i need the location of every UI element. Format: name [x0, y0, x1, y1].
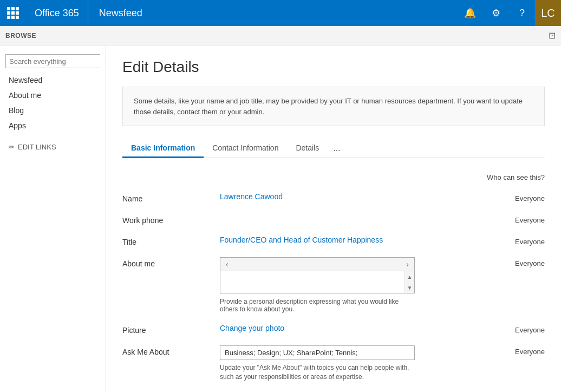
sidebar: ▾ 🔍 Newsfeed About me Blog Apps ✏ EDIT L…	[0, 45, 106, 392]
waffle-icon	[7, 7, 19, 19]
sidebar-item-blog[interactable]: Blog	[0, 103, 106, 118]
name-link[interactable]: Lawrence Cawood	[220, 192, 283, 201]
editor-scrollbar: ▲ ▼	[405, 271, 414, 293]
help-button[interactable]: ?	[509, 0, 535, 26]
brand-name: Office 365	[26, 0, 88, 26]
ask-me-about-value: Update your "Ask Me About" with topics y…	[220, 345, 480, 382]
sidebar-item-apps[interactable]: Apps	[0, 118, 106, 133]
app-title: Newsfeed	[88, 8, 457, 19]
name-visibility: Everyone	[480, 192, 545, 202]
bell-icon: 🔔	[464, 7, 476, 19]
expand-button[interactable]: ⊡	[549, 30, 556, 41]
work-phone-label: Work phone	[122, 214, 220, 225]
waffle-menu-button[interactable]	[0, 0, 26, 26]
top-navbar: Office 365 Newsfeed 🔔 ⚙ ? LC	[0, 0, 561, 26]
main-layout: ▾ 🔍 Newsfeed About me Blog Apps ✏ EDIT L…	[0, 45, 561, 392]
visibility-header-row: Who can see this?	[122, 171, 545, 181]
info-banner: Some details, like your name and job tit…	[122, 87, 545, 126]
about-me-label: About me	[122, 257, 220, 268]
title-label: Title	[122, 236, 220, 246]
ellipsis-icon: ...	[333, 143, 340, 153]
form-row-ask-me-about: Ask Me About Update your "Ask Me About" …	[122, 345, 545, 382]
title-value: Founder/CEO and Head of Customer Happine…	[220, 236, 480, 244]
title-link[interactable]: Founder/CEO and Head of Customer Happine…	[220, 236, 383, 244]
editor-toolbar: ‹ ›	[220, 258, 414, 271]
edit-links-button[interactable]: ✏ EDIT LINKS	[0, 138, 106, 156]
tab-basic-information[interactable]: Basic Information	[122, 139, 204, 158]
ask-me-about-label: Ask Me About	[122, 345, 220, 356]
gear-icon: ⚙	[492, 7, 500, 19]
tab-more-button[interactable]: ...	[328, 139, 345, 158]
ask-me-about-hint: Update your "Ask Me About" with topics y…	[220, 363, 415, 382]
form-row-picture: Picture Change your photo Everyone	[122, 324, 545, 335]
tab-contact-information[interactable]: Contact Information	[204, 139, 287, 158]
topbar-icons: 🔔 ⚙ ? LC	[457, 0, 561, 26]
about-me-hint: Provide a personal description expressin…	[220, 298, 415, 313]
editor-scroll-up-button[interactable]: ▲	[405, 271, 414, 282]
visibility-header-label: Who can see this?	[480, 171, 545, 181]
picture-visibility: Everyone	[480, 324, 545, 334]
search-input[interactable]	[6, 55, 103, 68]
sidebar-item-newsfeed[interactable]: Newsfeed	[0, 73, 106, 88]
about-me-visibility: Everyone	[480, 257, 545, 267]
picture-label: Picture	[122, 324, 220, 335]
page-title: Edit Details	[122, 58, 545, 76]
tab-details[interactable]: Details	[287, 139, 328, 158]
ask-me-about-visibility: Everyone	[480, 345, 545, 356]
browse-bar: BROWSE ⊡	[0, 26, 561, 45]
name-value: Lawrence Cawood	[220, 192, 480, 201]
editor-next-button[interactable]: ›	[403, 259, 412, 270]
search-box[interactable]: ▾ 🔍	[5, 54, 100, 68]
form-row-about-me: About me ‹ › ▲ ▼ Pr	[122, 257, 545, 313]
change-photo-link[interactable]: Change your photo	[220, 324, 284, 332]
work-phone-visibility: Everyone	[480, 214, 545, 224]
expand-icon: ⊡	[549, 31, 556, 40]
browse-label: BROWSE	[5, 32, 36, 40]
ask-me-about-input[interactable]	[220, 345, 415, 360]
editor-scroll-down-button[interactable]: ▼	[405, 282, 414, 293]
tabs: Basic Information Contact Information De…	[122, 139, 545, 158]
name-label: Name	[122, 192, 220, 203]
main-content: Edit Details Some details, like your nam…	[106, 45, 561, 392]
sidebar-item-about-me[interactable]: About me	[0, 88, 106, 103]
settings-button[interactable]: ⚙	[483, 0, 509, 26]
user-avatar[interactable]: LC	[535, 0, 561, 26]
form-row-name: Name Lawrence Cawood Everyone	[122, 192, 545, 203]
about-me-editor[interactable]: ‹ › ▲ ▼	[220, 257, 415, 293]
form-row-work-phone: Work phone Everyone	[122, 214, 545, 225]
editor-prev-button[interactable]: ‹	[223, 259, 232, 270]
form-row-title: Title Founder/CEO and Head of Customer H…	[122, 236, 545, 246]
picture-value: Change your photo	[220, 324, 480, 332]
notification-button[interactable]: 🔔	[457, 0, 483, 26]
pencil-icon: ✏	[9, 143, 15, 151]
about-me-editor-wrapper: ‹ › ▲ ▼ Provide a personal description e…	[220, 257, 480, 313]
editor-content-area[interactable]	[220, 271, 414, 293]
help-icon: ?	[519, 8, 525, 19]
title-visibility: Everyone	[480, 236, 545, 246]
